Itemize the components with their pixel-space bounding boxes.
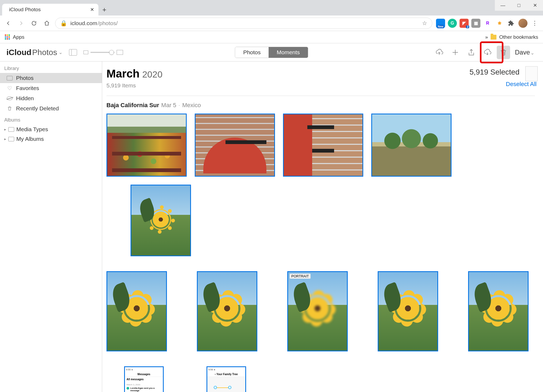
- app-toolbar: iCloudPhotos⌄ Photos Moments Dave⌄: [0, 43, 543, 61]
- item-count: 5,919 Items: [106, 82, 543, 89]
- photo-thumbnail[interactable]: [283, 114, 363, 177]
- deselect-all-link[interactable]: Deselect All: [506, 81, 537, 88]
- photo-thumbnail[interactable]: [197, 271, 257, 351]
- photo-thumbnail[interactable]: [131, 185, 191, 256]
- url-domain: icloud.com: [70, 20, 97, 26]
- browser-toolbar: 🔒 icloud.com/photos/ ☆ New G ◤2 ▦ R ❀ ⋮: [0, 15, 543, 31]
- apps-label[interactable]: Apps: [13, 34, 24, 40]
- sidebar-item-media-types[interactable]: ▸Media Types: [0, 125, 102, 134]
- back-button[interactable]: [4, 19, 13, 28]
- trash-icon: [6, 106, 13, 111]
- slider-track[interactable]: [90, 52, 114, 53]
- close-tab-icon[interactable]: ✕: [90, 7, 94, 13]
- zoom-slider[interactable]: [83, 50, 123, 55]
- photos-icon: [7, 76, 13, 80]
- sidebar-item-deleted[interactable]: Recently Deleted: [0, 103, 102, 114]
- grammarly-icon[interactable]: G: [448, 19, 457, 28]
- sidebar-header-albums: Albums: [0, 116, 102, 125]
- message-preview: March 3, 2020 Loretta Egan sent you a me…: [125, 382, 163, 392]
- url-path: /photos/: [98, 20, 118, 26]
- sidebar-item-favorites[interactable]: ♡Favorites: [0, 83, 102, 93]
- moment-header[interactable]: Baja California Sur Mar 5· Mexico: [106, 102, 543, 109]
- rakuten-icon[interactable]: R: [483, 19, 492, 28]
- hidden-icon: [7, 96, 13, 100]
- photo-thumbnail[interactable]: [106, 271, 167, 351]
- photo-thumbnail[interactable]: PORTRAIT: [287, 271, 348, 351]
- maximize-button[interactable]: □: [511, 0, 527, 11]
- sidebar-item-photos[interactable]: Photos: [0, 73, 102, 83]
- extensions-menu-icon[interactable]: [507, 19, 516, 28]
- user-dropdown[interactable]: Dave⌄: [513, 49, 537, 56]
- folder-icon: [491, 35, 496, 40]
- lock-icon: 🔒: [60, 20, 67, 26]
- album-icon: [8, 127, 14, 132]
- extension-icon[interactable]: ❀: [495, 19, 504, 28]
- photo-thumbnail[interactable]: [106, 114, 187, 177]
- heart-icon: ♡: [6, 86, 13, 91]
- photo-thumbnail[interactable]: [371, 114, 452, 177]
- photo-grid: 9:55 ◂ Messages All messages March 3, 20…: [106, 366, 543, 392]
- screenshot-thumbnail[interactable]: 9:56 ◂ ‹ Your Family Tree: [207, 366, 246, 392]
- tab-title: iCloud Photos: [9, 7, 41, 13]
- photo-grid: [106, 114, 543, 256]
- sidebar-item-hidden[interactable]: Hidden: [0, 93, 102, 103]
- photo-thumbnail[interactable]: [378, 271, 438, 351]
- disclosure-icon[interactable]: ▸: [4, 127, 6, 131]
- address-bar[interactable]: 🔒 icloud.com/photos/ ☆: [55, 18, 432, 29]
- window-controls: — □ ✕: [495, 0, 543, 11]
- browser-tab[interactable]: iCloud Photos ✕: [2, 4, 98, 15]
- extension-icon[interactable]: New: [436, 19, 445, 28]
- home-button[interactable]: [42, 19, 51, 28]
- close-window-button[interactable]: ✕: [527, 0, 543, 11]
- photo-grid: PORTRAIT: [106, 271, 543, 351]
- selection-count: 5,919 Selected: [469, 68, 519, 76]
- profile-avatar[interactable]: [518, 19, 527, 28]
- tab-photos[interactable]: Photos: [235, 47, 269, 58]
- reload-button[interactable]: [29, 19, 39, 28]
- album-icon: [8, 137, 14, 141]
- bookmarks-overflow[interactable]: »: [485, 34, 488, 40]
- tree-map: [207, 377, 245, 392]
- tab-moments[interactable]: Moments: [269, 47, 308, 58]
- star-icon[interactable]: ☆: [422, 20, 427, 26]
- highlight-annotation: [480, 41, 503, 63]
- screenshot-thumbnail[interactable]: 9:55 ◂ Messages All messages March 3, 20…: [124, 366, 164, 392]
- bookmarks-bar: Apps » Other bookmarks: [0, 31, 543, 43]
- new-tab-button[interactable]: +: [98, 4, 110, 15]
- sidebar-header-library: Library: [0, 64, 102, 73]
- sidebar: Library Photos ♡Favorites Hidden Recentl…: [0, 61, 102, 392]
- main-content[interactable]: March2020 5,919 Selected 5,919 Items Des…: [102, 61, 543, 392]
- extension-area: New G ◤2 ▦ R ❀ ⋮: [436, 19, 539, 28]
- zoom-in-icon: [117, 50, 123, 55]
- photo-thumbnail[interactable]: [468, 271, 529, 351]
- portrait-badge: PORTRAIT: [290, 274, 311, 279]
- document-thumbnail[interactable]: [525, 66, 538, 81]
- forward-button[interactable]: [17, 19, 26, 28]
- app-title-dropdown[interactable]: iCloudPhotos⌄: [6, 48, 63, 57]
- other-bookmarks[interactable]: Other bookmarks: [499, 34, 538, 40]
- chrome-menu-icon[interactable]: ⋮: [530, 19, 539, 28]
- share-button[interactable]: [465, 46, 478, 59]
- disclosure-icon[interactable]: ▸: [4, 137, 6, 141]
- extension-icon[interactable]: ▦: [471, 19, 480, 28]
- zoom-out-icon: [83, 51, 88, 54]
- sidebar-item-my-albums[interactable]: ▸My Albums: [0, 134, 102, 144]
- sidebar-toggle-icon[interactable]: [69, 49, 77, 56]
- extension-icon[interactable]: ◤2: [460, 19, 469, 28]
- apps-icon[interactable]: [5, 34, 10, 40]
- browser-tab-strip: iCloud Photos ✕ +: [0, 0, 543, 15]
- upload-button[interactable]: [433, 46, 446, 59]
- add-button[interactable]: [449, 46, 462, 59]
- photo-thumbnail[interactable]: [195, 114, 275, 177]
- minimize-button[interactable]: —: [495, 0, 511, 11]
- view-segmented-control: Photos Moments: [235, 47, 308, 58]
